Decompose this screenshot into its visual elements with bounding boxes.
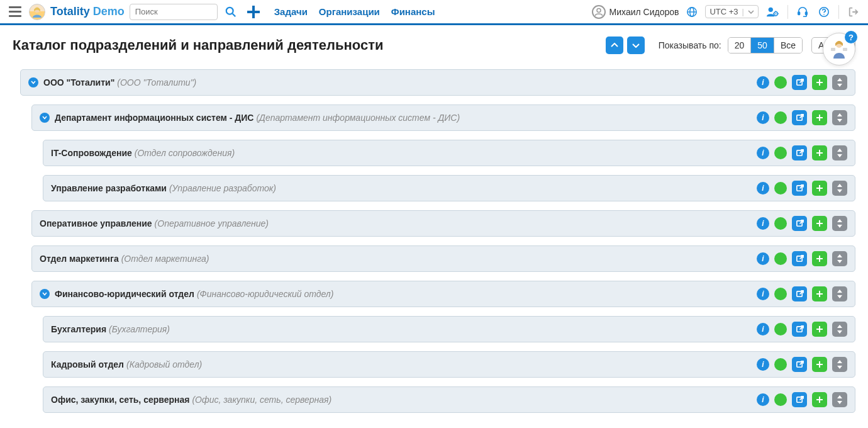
add-child-button[interactable] [812, 286, 827, 301]
reorder-button[interactable] [832, 392, 847, 407]
help-badge-icon: ? [845, 31, 857, 43]
reorder-button[interactable] [832, 216, 847, 231]
search-icon[interactable] [223, 5, 239, 19]
info-icon[interactable]: i [757, 393, 769, 406]
tree-row[interactable]: Оперативное управление (Оперативное упра… [31, 210, 855, 237]
assistant-bubble[interactable]: ? [823, 33, 855, 65]
info-icon[interactable]: i [757, 147, 769, 159]
reorder-button[interactable] [832, 322, 847, 337]
open-button[interactable] [792, 145, 807, 160]
reorder-button[interactable] [832, 357, 847, 372]
tree-row[interactable]: Офис, закупки, сеть, серверная (Офис, за… [43, 386, 855, 413]
help-icon[interactable] [816, 6, 832, 18]
tree-row[interactable]: Департамент информационных систем - ДИС … [31, 104, 855, 131]
reorder-button[interactable] [832, 110, 847, 125]
tree-row[interactable]: Управление разработками (Управление разр… [43, 175, 855, 201]
tree-row[interactable]: IT-Сопровождение (Отдел сопровождения)i [43, 140, 855, 166]
add-child-button[interactable] [812, 181, 827, 196]
row-actions: i [757, 181, 847, 196]
status-icon[interactable] [774, 393, 787, 406]
info-icon[interactable]: i [757, 217, 769, 230]
tree-row[interactable]: Бухгалтерия (Бухгалтерия)i [43, 316, 855, 342]
info-icon[interactable]: i [757, 288, 769, 300]
status-icon[interactable] [774, 252, 787, 265]
page-size-20[interactable]: 20 [728, 38, 752, 53]
headset-icon[interactable] [794, 6, 811, 18]
logo-text[interactable]: Totality Demo [50, 5, 125, 18]
info-icon[interactable]: i [757, 323, 769, 335]
open-button[interactable] [792, 75, 807, 90]
status-icon[interactable] [774, 288, 787, 300]
svg-rect-34 [816, 188, 823, 189]
nav-orgs[interactable]: Организации [319, 6, 380, 17]
tree-row[interactable]: Финансово-юридический отдел (Финансово-ю… [31, 281, 855, 307]
tree-row[interactable]: Отдел маркетинга (Отдел маркетинга)i [31, 245, 855, 272]
status-icon[interactable] [774, 111, 787, 124]
chevron-down-icon[interactable] [40, 289, 50, 299]
page-size-50[interactable]: 50 [751, 38, 774, 53]
info-icon[interactable]: i [757, 76, 769, 89]
row-subtitle: (Офис, закупки, сеть, серверная) [192, 395, 331, 405]
add-child-button[interactable] [812, 392, 827, 407]
add-child-button[interactable] [812, 357, 827, 372]
add-child-button[interactable] [812, 110, 827, 125]
add-child-button[interactable] [812, 75, 827, 90]
svg-rect-21 [831, 48, 835, 51]
svg-point-1 [226, 7, 233, 14]
logout-icon[interactable] [845, 6, 862, 18]
open-button[interactable] [792, 286, 807, 301]
add-child-button[interactable] [812, 145, 827, 160]
status-icon[interactable] [774, 217, 787, 230]
info-icon[interactable]: i [757, 111, 769, 124]
user-menu[interactable]: Михаил Сидоров [592, 5, 679, 19]
reorder-button[interactable] [832, 145, 847, 160]
collapse-all-button[interactable] [606, 37, 623, 54]
info-icon[interactable]: i [757, 252, 769, 265]
svg-rect-22 [843, 48, 847, 51]
reorder-button[interactable] [832, 286, 847, 301]
add-child-button[interactable] [812, 216, 827, 231]
add-child-button[interactable] [812, 322, 827, 337]
open-button[interactable] [792, 357, 807, 372]
user-settings-icon[interactable] [764, 6, 781, 18]
add-child-button[interactable] [812, 251, 827, 266]
tree-row[interactable]: ООО "Тоталити" (ООО "Тоталити")i [20, 69, 855, 96]
svg-rect-28 [816, 117, 823, 118]
svg-point-5 [597, 8, 601, 12]
open-button[interactable] [792, 251, 807, 266]
chevron-down-icon [748, 10, 754, 14]
nav-finance[interactable]: Финансы [391, 6, 435, 17]
expand-all-button[interactable] [627, 37, 645, 54]
open-button[interactable] [792, 392, 807, 407]
open-button[interactable] [792, 181, 807, 196]
svg-rect-4 [247, 11, 260, 13]
tree-row[interactable]: Кадровый отдел (Кадровый отдел)i [43, 351, 855, 378]
reorder-button[interactable] [832, 251, 847, 266]
status-icon[interactable] [774, 323, 787, 335]
open-button[interactable] [792, 110, 807, 125]
open-button[interactable] [792, 322, 807, 337]
status-icon[interactable] [774, 182, 787, 194]
status-icon[interactable] [774, 76, 787, 89]
departments-tree: ООО "Тоталити" (ООО "Тоталити")iДепартам… [0, 60, 868, 425]
timezone-selector[interactable]: UTC +3 | [705, 5, 759, 18]
svg-line-2 [232, 13, 235, 16]
row-title: Отдел маркетинга [40, 254, 119, 264]
reorder-button[interactable] [832, 75, 847, 90]
info-icon[interactable]: i [757, 358, 769, 371]
chevron-down-icon[interactable] [40, 113, 50, 123]
row-actions: i [757, 251, 847, 266]
reorder-button[interactable] [832, 181, 847, 196]
search-input[interactable] [130, 4, 218, 20]
status-icon[interactable] [774, 147, 787, 159]
info-icon[interactable]: i [757, 182, 769, 194]
add-icon[interactable] [244, 5, 263, 19]
status-icon[interactable] [774, 358, 787, 371]
globe-icon[interactable] [684, 6, 700, 18]
chevron-down-icon[interactable] [28, 77, 38, 87]
logo-avatar [29, 4, 45, 20]
open-button[interactable] [792, 216, 807, 231]
page-size-all[interactable]: Все [774, 38, 802, 53]
nav-tasks[interactable]: Задачи [274, 6, 308, 17]
menu-icon[interactable] [6, 4, 24, 20]
